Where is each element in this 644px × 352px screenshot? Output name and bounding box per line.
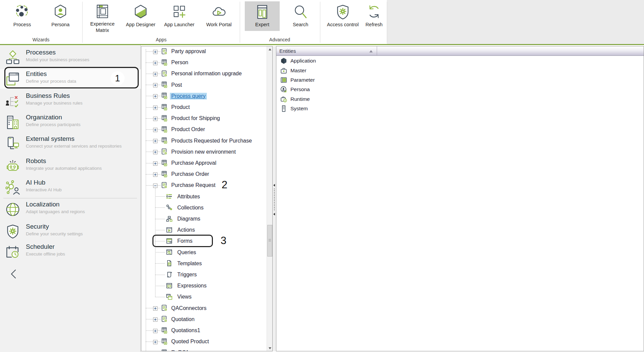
ribbon-button-work-portal[interactable]: Work Portal — [201, 1, 236, 34]
sidebar-item-entities[interactable]: EntitiesDefine your process data — [0, 69, 141, 89]
ribbon-button-access-control[interactable]: Access control — [325, 1, 360, 34]
tree-item-attributes[interactable]: Attributes — [141, 191, 267, 202]
expand-icon[interactable] — [153, 317, 157, 321]
tree-item-label[interactable]: QAConnectors — [170, 305, 208, 312]
expand-icon[interactable] — [153, 328, 157, 333]
tree-item-label[interactable]: Product for Shipping — [170, 115, 221, 122]
tree-item-label[interactable]: Party approval — [170, 48, 207, 55]
expand-icon[interactable] — [153, 61, 157, 65]
expand-icon[interactable] — [153, 116, 157, 121]
tree-item-post[interactable]: Post — [141, 79, 267, 90]
tree-item-label[interactable]: R_RC1 — [170, 349, 190, 351]
expand-icon[interactable] — [153, 105, 157, 110]
expand-icon[interactable] — [153, 340, 157, 344]
ribbon-button-expert[interactable]: Expert — [245, 1, 280, 31]
tree-item-product-order[interactable]: Product Order — [141, 124, 267, 135]
tree-item-product-for-shipping[interactable]: Product for Shipping — [141, 113, 267, 124]
ribbon-button-persona[interactable]: Persona — [43, 1, 78, 34]
expand-icon[interactable] — [153, 306, 157, 310]
tree-item-label[interactable]: Product Order — [170, 126, 206, 133]
tree-item-label[interactable]: Diagrams — [176, 216, 201, 222]
expand-icon[interactable] — [153, 172, 157, 177]
ribbon-button-app-designer[interactable]: App Designer — [123, 1, 158, 34]
tree-item-label[interactable]: Views — [176, 294, 193, 300]
tree-item-purchase-request[interactable]: Purchase Request — [141, 180, 267, 191]
tree-item-qaconnectors[interactable]: QAConnectors — [141, 303, 267, 314]
entity-type-system[interactable]: System — [276, 104, 644, 113]
tree-item-quotation[interactable]: Quotation — [141, 314, 267, 325]
tree-item-views[interactable]: Views — [141, 291, 267, 303]
tree-item-quotations1[interactable]: Quotations1 — [141, 325, 267, 336]
tree-item-product[interactable]: Product — [141, 102, 267, 113]
tree-item-r-rc1[interactable]: R_RC1 — [141, 347, 267, 351]
sidebar-item-scheduler[interactable]: SchedulerExecute offline jobs — [0, 242, 141, 262]
tree-item-label[interactable]: Product — [170, 104, 191, 111]
panel-splitter[interactable] — [273, 46, 276, 351]
tree-item-label[interactable]: Quotation — [170, 316, 196, 323]
tree-item-label[interactable]: Collections — [176, 204, 205, 211]
entity-type-application[interactable]: Application — [276, 56, 644, 66]
tree-item-templates[interactable]: Templates — [141, 258, 267, 269]
expand-icon[interactable] — [153, 150, 157, 154]
tree-item-queries[interactable]: Queries — [141, 247, 267, 258]
entities-column-header[interactable]: Entities — [276, 46, 377, 56]
tree-item-process-query[interactable]: Process query — [141, 90, 267, 102]
tree-item-provision-new-environment[interactable]: Provision new environment — [141, 146, 267, 157]
tree-item-label[interactable]: Forms — [176, 238, 194, 244]
tree-item-label[interactable]: Templates — [176, 260, 203, 267]
scrollbar-thumb[interactable] — [267, 225, 272, 257]
sidebar-item-security[interactable]: SecurityDefine your security settings — [0, 222, 141, 241]
splitter-grip[interactable] — [274, 189, 275, 211]
ribbon-button-app-launcher[interactable]: App Launcher — [162, 1, 197, 34]
sidebar-item-localization[interactable]: LocalizationAdapt languages and regions — [0, 200, 141, 219]
ribbon-button-process[interactable]: Process — [5, 1, 40, 34]
scroll-down-icon[interactable] — [267, 345, 273, 351]
tree-item-person[interactable]: Person — [141, 57, 267, 68]
expand-icon[interactable] — [153, 72, 157, 76]
tree-item-collections[interactable]: Collections — [141, 202, 267, 213]
tree-item-label[interactable]: Attributes — [176, 193, 201, 200]
tree-item-label[interactable]: Person — [170, 59, 190, 66]
sidebar-item-ai-hub[interactable]: AI HubInteractive AI Hub — [0, 178, 141, 197]
tree-item-quoted-product[interactable]: Quoted Product — [141, 336, 267, 347]
tree-item-triggers[interactable]: Triggers — [141, 269, 267, 280]
tree-item-label[interactable]: Process query — [170, 93, 207, 100]
sidebar-item-robots[interactable]: RobotsIntegrate your automated applicati… — [0, 156, 141, 176]
tree-item-label[interactable]: Purchase Request — [170, 182, 217, 189]
entity-type-parameter[interactable]: Parameter — [276, 75, 644, 85]
expand-icon[interactable] — [153, 127, 157, 132]
tree-item-label[interactable]: Triggers — [176, 271, 198, 278]
expand-icon[interactable] — [153, 49, 157, 54]
ribbon-button-experience-matrix[interactable]: Experience Matrix — [85, 1, 120, 34]
tree-item-label[interactable]: Products Requested for Purchase — [170, 138, 253, 144]
tree-scrollbar[interactable] — [267, 46, 272, 351]
tree-item-label[interactable]: Post — [170, 82, 183, 88]
sidebar-collapse-button[interactable] — [10, 269, 17, 279]
ribbon-button-search[interactable]: Search — [283, 1, 318, 34]
sidebar-item-processes[interactable]: ProcessesModel your business processes — [0, 48, 141, 67]
expand-icon[interactable] — [153, 94, 157, 98]
entity-type-persona[interactable]: Persona — [276, 85, 644, 94]
splitter-collapse-icon[interactable] — [273, 213, 275, 216]
tree-item-label[interactable]: Purchase Approval — [170, 160, 218, 166]
tree-item-label[interactable]: Quotations1 — [170, 327, 201, 334]
tree-item-products-requested-for-purchase[interactable]: Products Requested for Purchase — [141, 135, 267, 146]
sidebar-item-external-systems[interactable]: External systemsConnect your external se… — [0, 134, 141, 154]
tree-item-label[interactable]: Provision new environment — [170, 149, 237, 155]
tree-item-personal-information-upgrade[interactable]: Personal information upgrade — [141, 68, 267, 79]
tree-item-diagrams[interactable]: Diagrams — [141, 213, 267, 225]
tree-item-expressions[interactable]: Expressions — [141, 280, 267, 291]
ribbon-button-refresh[interactable]: Refresh — [357, 1, 392, 34]
expand-icon[interactable] — [153, 161, 157, 165]
tree-item-forms[interactable]: Forms — [141, 236, 267, 247]
splitter-collapse-icon[interactable] — [273, 184, 275, 187]
tree-item-label[interactable]: Expressions — [176, 282, 208, 289]
expand-icon[interactable] — [153, 351, 157, 351]
tree-item-purchase-order[interactable]: Purchase Order — [141, 169, 267, 180]
tree-item-label[interactable]: Quoted Product — [170, 338, 210, 345]
collapse-icon[interactable] — [153, 183, 157, 188]
tree-item-label[interactable]: Queries — [176, 249, 197, 256]
scroll-up-icon[interactable] — [267, 46, 273, 52]
tree-item-label[interactable]: Purchase Order — [170, 171, 211, 178]
tree-item-label[interactable]: Actions — [176, 227, 196, 233]
